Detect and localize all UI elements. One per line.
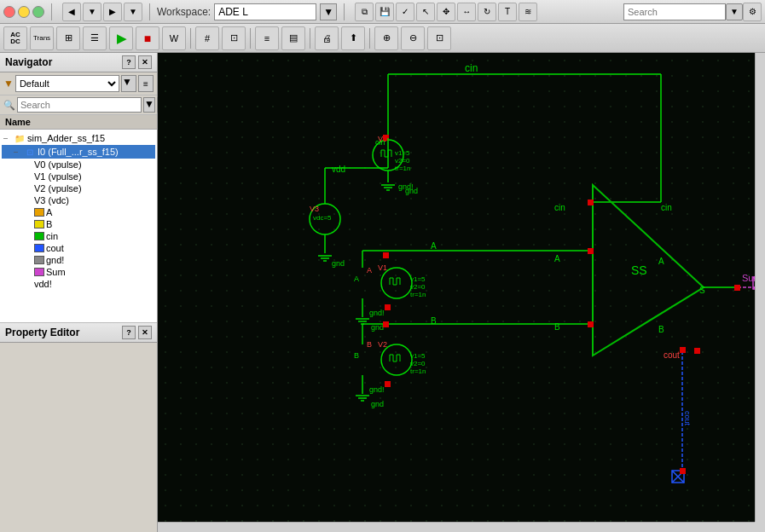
svg-text:A: A [354,275,359,283]
check-icon[interactable]: ✓ [396,3,414,21]
schematic-icon[interactable]: ⊡ [222,26,246,50]
back-drop-button[interactable]: ▼ [83,3,101,21]
search-dropdown[interactable]: ▼ [726,3,743,20]
tree-item-v0[interactable]: V0 (vpulse) [2,159,155,171]
tree-item-v3[interactable]: V3 (vdc) [2,194,155,206]
save-icon[interactable]: 💾 [375,3,394,21]
tree-item-gnd[interactable]: gnd! [2,254,155,266]
workspace-input[interactable] [214,3,316,20]
tree-item-Sum[interactable]: Sum [2,266,155,278]
cursor-icon[interactable]: ↖ [416,3,435,21]
tree-label-v0: V0 (vpulse) [34,159,82,170]
grid-icon[interactable]: ⊞ [56,26,80,50]
svg-text:tr=1n: tr=1n [395,165,410,172]
search-settings[interactable]: ⚙ [743,3,762,21]
scroll-corner [755,522,765,532]
canvas-area[interactable]: cin cin V0 v1=5 v2=0 tr=1n gnd! gnd [158,53,765,532]
svg-text:v2=0: v2=0 [395,157,410,165]
horizontal-scrollbar[interactable] [158,522,755,532]
svg-rect-88 [588,248,594,254]
title-separator3 [344,3,345,20]
fit-icon[interactable]: ⊡ [427,26,451,50]
tree-item-cout[interactable]: cout [2,242,155,254]
nav-search-dropdown[interactable]: ▼ [143,97,155,113]
tree-label-cout: cout [46,243,64,253]
toolbar2: ACDC Trans ⊞ ☰ ▶ ■ W # ⊡ ≡ ▤ 🖨 ⬆ ⊕ ⊖ ⊡ [0,24,765,53]
export-icon[interactable]: ⬆ [341,26,365,50]
tree-item-io[interactable]: – ⊡ I0 (Full_...r_ss_f15) [2,145,155,159]
navigator-controls: ? ✕ [122,55,152,69]
svg-text:cin: cin [554,203,565,212]
wave-icon[interactable]: ≋ [519,3,537,21]
search-input[interactable] [623,3,726,20]
back-button[interactable]: ◀ [62,3,81,21]
zoom-in-icon[interactable]: ⊕ [374,26,398,50]
tree-label-cin: cin [46,231,58,241]
results-icon[interactable]: ≡ [255,26,279,50]
action-icons: ⧉ 💾 ✓ ↖ ✥ ↔ ↻ T ≋ [355,3,537,21]
calc-icon[interactable]: # [195,26,219,50]
svg-text:gnd: gnd [405,187,418,195]
forward-drop-button[interactable]: ▼ [124,3,142,21]
tree-item-sim[interactable]: – 📁 sim_Adder_ss_f15 [2,131,155,145]
text-icon[interactable]: T [498,3,517,21]
prop-help-button[interactable]: ? [122,326,136,339]
tree-item-cin[interactable]: cin [2,230,155,242]
prop-close-button[interactable]: ✕ [138,326,152,339]
filter-select[interactable]: Default [15,75,119,92]
wave-view-icon[interactable]: W [162,26,186,50]
svg-text:V3: V3 [310,205,319,213]
ac-dc-icon[interactable]: ACDC [3,26,27,50]
print-icon[interactable]: 🖨 [315,26,339,50]
zoom-out-icon[interactable]: ⊖ [401,26,425,50]
swatch-cout [34,244,44,252]
navigator-header: Navigator ? ✕ [0,53,157,72]
list-icon[interactable]: ☰ [83,26,107,50]
svg-rect-91 [694,348,700,354]
tree-item-v2[interactable]: V2 (vpulse) [2,182,155,194]
table-icon[interactable]: ▤ [281,26,305,50]
svg-text:B: B [367,340,372,349]
play-icon[interactable]: ▶ [109,26,133,50]
vertical-scrollbar[interactable] [755,53,765,522]
svg-text:v1=5: v1=5 [395,149,410,157]
move-icon[interactable]: ✥ [437,3,455,21]
copy-icon[interactable]: ⧉ [355,3,374,21]
minimize-button[interactable] [18,6,30,18]
workspace-dropdown[interactable]: ▼ [320,3,337,20]
svg-text:cin: cin [465,62,478,74]
filter-icon: ▼ [3,78,14,90]
filter-dropdown[interactable]: ▼ [121,75,136,92]
svg-rect-85 [385,304,391,310]
tree-label-gnd: gnd! [46,255,64,265]
maximize-button[interactable] [32,6,44,18]
svg-rect-90 [588,200,594,205]
trans-icon[interactable]: Trans [30,26,54,50]
tree-item-B[interactable]: B [2,218,155,230]
svg-rect-86 [383,321,389,327]
tree-label-v3: V3 (vdc) [34,195,69,205]
tree-item-A[interactable]: A [2,206,155,218]
svg-rect-93 [680,347,686,353]
instance-icon-io: ⊡ [24,146,36,158]
swatch-B [34,220,44,228]
tree-item-vdd[interactable]: vdd! [2,278,155,290]
property-editor-header: Property Editor ? ✕ [0,322,157,343]
stop-icon[interactable]: ■ [136,26,159,50]
swatch-cin [34,232,44,240]
rotate-icon[interactable]: ↻ [478,3,496,21]
tree-label-v2: V2 (vpulse) [34,183,82,194]
tree-item-v1[interactable]: V1 (vpulse) [2,171,155,182]
property-editor-controls: ? ✕ [122,326,152,339]
nav-help-button[interactable]: ? [122,55,136,69]
svg-rect-94 [680,468,686,474]
forward-button[interactable]: ▶ [103,3,122,21]
navigator-search-input[interactable] [17,97,142,113]
title-bar: ◀ ▼ ▶ ▼ Workspace: ▼ ⧉ 💾 ✓ ↖ ✥ ↔ ↻ T ≋ ▼… [0,0,765,24]
nav-close-button[interactable]: ✕ [138,55,152,69]
drag-icon[interactable]: ↔ [457,3,476,21]
property-editor-body [0,343,157,532]
filter-more[interactable]: ≡ [138,75,154,92]
close-button[interactable] [3,6,15,18]
swatch-Sum [34,268,44,276]
